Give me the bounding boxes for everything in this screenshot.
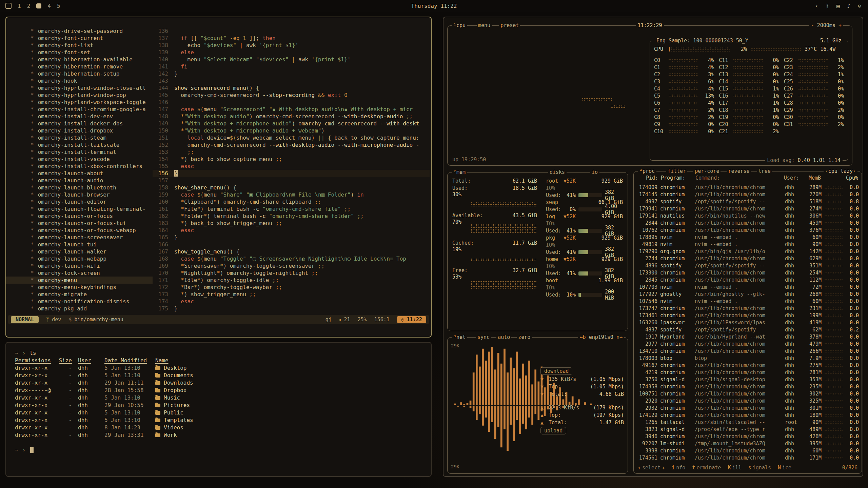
process-row[interactable]: 179141nautilus/usr/bin/nautilus --newdhh…	[636, 212, 859, 219]
file-list-item[interactable]: *omarchy-font-list	[6, 42, 153, 49]
tab-per-core[interactable]: per-core	[693, 168, 721, 174]
interface-prev-button[interactable]: ←b	[580, 334, 586, 340]
file-list-item[interactable]: *omarchy-hook	[6, 77, 153, 84]
process-row[interactable]: 92207lm-studi/tmp/.mount_lmstudw3AZQdhh3…	[636, 440, 859, 447]
process-row[interactable]: 1265tailscal/usr/sbin/tailscaled --root9…	[636, 419, 859, 426]
process-row[interactable]: 4896spotify/opt/spotify/spotify --dhh351…	[636, 262, 859, 269]
file-list-item[interactable]: *omarchy-hyprland-window-close-all	[6, 84, 153, 92]
code-editor[interactable]: 136137 if [[ "$count" -eq 1 ]]; then138 …	[153, 27, 430, 312]
interface-next-button[interactable]: n→	[616, 334, 623, 340]
file-list-item[interactable]: *omarchy-launch-bluetooth	[6, 184, 153, 191]
file-list-item[interactable]: *omarchy-font-set	[6, 49, 153, 56]
tab-filter[interactable]: filter	[666, 168, 687, 174]
process-row[interactable]: 107703nvimnvim --embed .dhh72M0.0	[636, 283, 859, 290]
workspace-indicator[interactable]	[36, 3, 41, 8]
btop-window[interactable]: ¹cpu menupreset 11:22:29 - 2000ms + Eng …	[443, 17, 863, 477]
prompt-line[interactable]: ~ ›	[15, 446, 426, 454]
sort-selector[interactable]: ‹cpu lazy›	[824, 168, 857, 175]
tab-zero[interactable]: zero	[517, 334, 532, 340]
process-row[interactable]: 4219chromium/usr/lib/chromium/chromdhh28…	[636, 369, 859, 376]
column-header[interactable]: User:	[784, 175, 799, 182]
file-list-item[interactable]: *omarchy-install-dev-env	[6, 113, 153, 120]
process-row[interactable]: 174358chromium/usr/lib/chromium/chromdhh…	[636, 383, 859, 390]
terminal-cursor[interactable]	[30, 447, 34, 453]
file-list-item[interactable]: *omarchy-hibernation-available	[6, 56, 153, 63]
process-row[interactable]: 3398chromium/usr/lib/chromium/chromdhh60…	[636, 447, 859, 454]
process-box-title[interactable]: ⁴proc	[638, 168, 656, 175]
process-row[interactable]: 2920chromium/usr/lib/chromium/chromdhh32…	[636, 397, 859, 404]
power-icon[interactable]: ⊙	[858, 3, 861, 9]
process-row[interactable]: 3750signal-d/usr/lib/signal-desktopdhh35…	[636, 376, 859, 383]
file-list-item[interactable]: *omarchy-launch-or-focus-tui	[6, 220, 153, 227]
file-list-item[interactable]: *omarchy-launch-browser	[6, 191, 153, 198]
workspace-indicator[interactable]: 2	[27, 3, 31, 9]
process-row[interactable]: 49819nvimnvim --embed .dhh90M0.0	[636, 241, 859, 248]
process-row[interactable]: 179290org.gnom/usr/bin/gjs /usr/lib/odhh…	[636, 248, 859, 255]
tab-reverse[interactable]: reverse	[727, 168, 751, 174]
tab-auto[interactable]: auto	[496, 334, 511, 340]
process-row[interactable]: 2932chromium/usr/lib/chromium/chromdhh30…	[636, 404, 859, 411]
display-icon[interactable]: ▤	[836, 3, 840, 9]
file-list-item[interactable]: *omarchy-install-dropbox	[6, 127, 153, 134]
proc-action-signals[interactable]: signals	[748, 465, 771, 471]
bluetooth-icon[interactable]: ᛒ	[826, 3, 829, 9]
refresh-interval-control[interactable]: - 2000ms +	[809, 22, 843, 29]
column-header[interactable]: Cpu%	[824, 175, 858, 182]
file-list-item[interactable]: *omarchy-notification-dismiss	[6, 298, 153, 305]
process-row[interactable]: 173747chromium/usr/lib/chromium/chromdhh…	[636, 305, 859, 312]
interface-selector[interactable]: ←b enp191s0 n→	[578, 334, 624, 341]
interval-decrease-button[interactable]: -	[811, 22, 814, 28]
file-list-item[interactable]: *omarchy-launch-screensaver	[6, 234, 153, 241]
process-row[interactable]: 107546nvimnvim --embed .dhh60M0.0	[636, 298, 859, 305]
proc-action-nice[interactable]: Nice	[778, 465, 791, 471]
file-list-item[interactable]: *omarchy-menu-keybindings	[6, 284, 153, 291]
process-row[interactable]: 10762chromium/usr/lib/chromium/chromdhh3…	[636, 226, 859, 233]
column-header[interactable]: MemB	[802, 175, 821, 182]
file-list-item[interactable]: *omarchy-install-xbox-controllers	[6, 163, 153, 170]
process-row[interactable]: 4837spotify/opt/spotify/spotifydhh62M0.2	[636, 326, 859, 333]
file-list-item[interactable]: *omarchy-launch-audio	[6, 177, 153, 184]
memory-box-title[interactable]: ²mem	[452, 169, 467, 176]
tab-disks[interactable]: disks	[548, 169, 567, 176]
scroll-up-icon[interactable]: ↑	[854, 175, 857, 181]
file-list-item[interactable]: *omarchy-install-tailscale	[6, 141, 153, 148]
file-list-item[interactable]: *omarchy-lock-screen	[6, 269, 153, 277]
os-logo-icon[interactable]	[5, 3, 12, 9]
process-row[interactable]: 174145chromium/usr/lib/chromium/chromdhh…	[636, 191, 859, 198]
file-list-item[interactable]: *omarchy-install-terminal	[6, 148, 153, 156]
select-control[interactable]: ↑ select ↓	[638, 465, 665, 471]
file-list-item[interactable]: *omarchy-pkg-add	[6, 305, 153, 312]
process-row[interactable]: 3823signal-d/proc/self/exe --type=rdhh48…	[636, 426, 859, 433]
process-row[interactable]: 49167chromium/usr/lib/chromium/chromdhh2…	[636, 362, 859, 369]
process-row[interactable]: 2845chromium/usr/lib/chromium/chromdhh11…	[636, 276, 859, 283]
file-list-item[interactable]: *omarchy-launch-webapp	[6, 255, 153, 262]
process-row[interactable]: 134710chromium/usr/lib/chromium/chromdhh…	[636, 347, 859, 354]
file-list-item[interactable]: *omarchy-launch-tui	[6, 241, 153, 248]
file-list-item[interactable]: *omarchy-menu	[6, 277, 153, 284]
column-header[interactable]: Pid:	[637, 175, 658, 182]
file-list-item[interactable]: *omarchy-drive-set-password	[6, 27, 153, 35]
process-row[interactable]: 173300chromium/usr/lib/chromium/chromdhh…	[636, 269, 859, 276]
process-row[interactable]: 178003btopbtopdhh7.9M0.0	[636, 354, 859, 362]
file-list-item[interactable]: *omarchy-launch-or-focus	[6, 212, 153, 220]
file-list-item[interactable]: *omarchy-hyprland-window-pop	[6, 92, 153, 99]
file-list-item[interactable]: *omarchy-font-current	[6, 35, 153, 42]
file-list-item[interactable]: *omarchy-launch-editor	[6, 198, 153, 205]
process-row[interactable]: 1632601passwor/usr/lib/1Password/1pasdhh…	[636, 319, 859, 326]
process-row[interactable]: 2977chromium/usr/lib/chromium/chromdhh47…	[636, 340, 859, 347]
process-row[interactable]: 178895nvimnvim --embed .dhh60M0.0	[636, 233, 859, 241]
process-row[interactable]: 174129chromium/usr/lib/chromium/chromdhh…	[636, 411, 859, 419]
process-row[interactable]: 177927ghostty/usr/bin/ghostty --gtk-dhh2…	[636, 290, 859, 298]
file-list-item[interactable]: *omarchy-launch-about	[6, 170, 153, 177]
terminal-window[interactable]: ~ › ls PermissionsSizeUserDate ModifiedN…	[5, 342, 432, 477]
proc-action-info[interactable]: info	[672, 465, 685, 471]
neovim-window[interactable]: *omarchy-drive-set-password*omarchy-font…	[5, 17, 432, 338]
file-list-item[interactable]: *omarchy-launch-walker	[6, 248, 153, 255]
column-header[interactable]: Command:	[695, 175, 781, 182]
file-list-item[interactable]: *omarchy-install-chromium-google-a	[6, 106, 153, 113]
process-row[interactable]: 3946chromium/usr/lib/chromium/chromdhh42…	[636, 433, 859, 440]
file-list-item[interactable]: *omarchy-hibernation-remove	[6, 63, 153, 70]
process-row[interactable]: 1917Hyprland/usr/bin/Hyprland --watdhh37…	[636, 333, 859, 340]
workspace-indicator[interactable]: 1	[18, 3, 21, 9]
file-list-item[interactable]: *omarchy-launch-or-focus-webapp	[6, 227, 153, 234]
